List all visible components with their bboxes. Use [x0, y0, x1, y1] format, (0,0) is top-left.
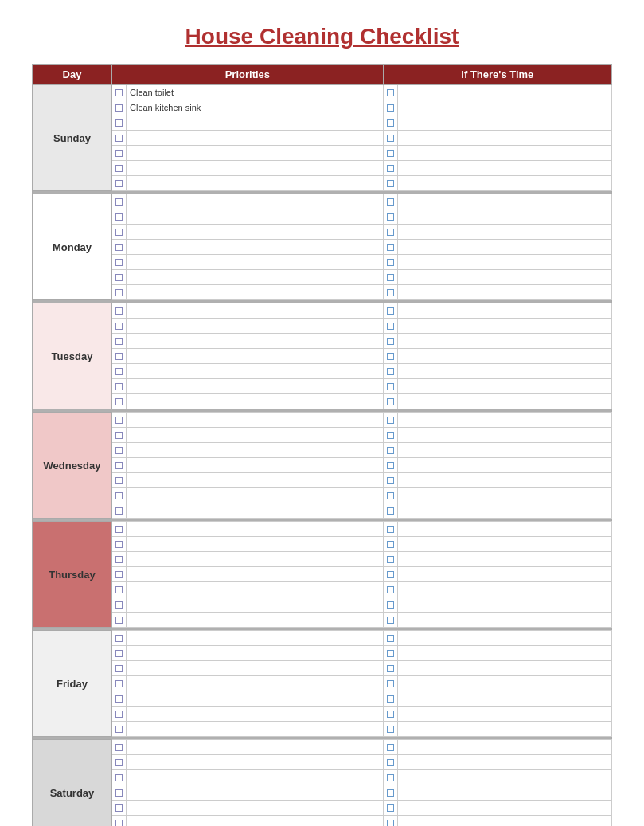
ift-checkbox[interactable]: [383, 240, 397, 255]
ift-checkbox[interactable]: [383, 394, 397, 409]
task-cell[interactable]: [127, 303, 384, 319]
ift-checkbox[interactable]: [383, 458, 397, 473]
ift-checkbox[interactable]: [383, 707, 397, 722]
priority-checkbox[interactable]: [112, 349, 127, 364]
task-cell[interactable]: [127, 349, 384, 364]
ift-cell[interactable]: [397, 646, 611, 661]
task-cell[interactable]: Clean toilet: [127, 85, 384, 100]
ift-checkbox[interactable]: [383, 597, 397, 613]
ift-checkbox[interactable]: [383, 85, 397, 100]
task-cell[interactable]: [127, 394, 384, 409]
priority-checkbox[interactable]: [112, 176, 127, 191]
ift-cell[interactable]: [397, 537, 611, 552]
priority-checkbox[interactable]: [112, 801, 127, 816]
priority-checkbox[interactable]: [112, 285, 127, 300]
ift-cell[interactable]: [397, 349, 611, 364]
ift-checkbox[interactable]: [383, 364, 397, 379]
ift-checkbox[interactable]: [383, 646, 397, 661]
ift-cell[interactable]: [397, 707, 611, 722]
priority-checkbox[interactable]: [112, 567, 127, 582]
ift-checkbox[interactable]: [383, 582, 397, 597]
task-cell[interactable]: [127, 691, 384, 707]
ift-checkbox[interactable]: [383, 161, 397, 176]
ift-checkbox[interactable]: [383, 631, 397, 646]
priority-checkbox[interactable]: [112, 161, 127, 176]
priority-checkbox[interactable]: [112, 364, 127, 379]
priority-checkbox[interactable]: [112, 131, 127, 146]
task-cell[interactable]: [127, 270, 384, 285]
task-cell[interactable]: [127, 428, 384, 443]
ift-cell[interactable]: [397, 240, 611, 255]
ift-cell[interactable]: [397, 364, 611, 379]
priority-checkbox[interactable]: [112, 597, 127, 613]
priority-checkbox[interactable]: [112, 722, 127, 737]
ift-cell[interactable]: [397, 255, 611, 270]
priority-checkbox[interactable]: [112, 691, 127, 707]
task-cell[interactable]: [127, 582, 384, 597]
priority-checkbox[interactable]: [112, 115, 127, 131]
priority-checkbox[interactable]: [112, 379, 127, 394]
priority-checkbox[interactable]: [112, 240, 127, 255]
ift-checkbox[interactable]: [383, 816, 397, 827]
priority-checkbox[interactable]: [112, 770, 127, 785]
priority-checkbox[interactable]: [112, 85, 127, 100]
ift-checkbox[interactable]: [383, 413, 397, 428]
ift-checkbox[interactable]: [383, 552, 397, 567]
priority-checkbox[interactable]: [112, 740, 127, 755]
ift-checkbox[interactable]: [383, 785, 397, 801]
ift-checkbox[interactable]: [383, 131, 397, 146]
ift-checkbox[interactable]: [383, 661, 397, 676]
task-cell[interactable]: [127, 319, 384, 334]
task-cell[interactable]: [127, 522, 384, 537]
ift-cell[interactable]: [397, 458, 611, 473]
ift-checkbox[interactable]: [383, 770, 397, 785]
ift-checkbox[interactable]: [383, 270, 397, 285]
ift-checkbox[interactable]: [383, 676, 397, 691]
ift-cell[interactable]: [397, 691, 611, 707]
ift-checkbox[interactable]: [383, 100, 397, 115]
task-cell[interactable]: [127, 240, 384, 255]
task-cell[interactable]: [127, 473, 384, 488]
ift-checkbox[interactable]: [383, 691, 397, 707]
priority-checkbox[interactable]: [112, 255, 127, 270]
ift-cell[interactable]: [397, 100, 611, 115]
ift-checkbox[interactable]: [383, 722, 397, 737]
task-cell[interactable]: [127, 567, 384, 582]
ift-checkbox[interactable]: [383, 115, 397, 131]
task-cell[interactable]: [127, 552, 384, 567]
ift-cell[interactable]: [397, 801, 611, 816]
task-cell[interactable]: [127, 676, 384, 691]
task-cell[interactable]: [127, 801, 384, 816]
ift-checkbox[interactable]: [383, 428, 397, 443]
ift-checkbox[interactable]: [383, 176, 397, 191]
ift-checkbox[interactable]: [383, 740, 397, 755]
priority-checkbox[interactable]: [112, 443, 127, 458]
ift-checkbox[interactable]: [383, 349, 397, 364]
task-cell[interactable]: [127, 334, 384, 349]
task-cell[interactable]: [127, 707, 384, 722]
ift-cell[interactable]: [397, 552, 611, 567]
task-cell[interactable]: [127, 209, 384, 225]
priority-checkbox[interactable]: [112, 194, 127, 209]
ift-checkbox[interactable]: [383, 537, 397, 552]
task-cell[interactable]: [127, 646, 384, 661]
ift-checkbox[interactable]: [383, 613, 397, 628]
ift-checkbox[interactable]: [383, 303, 397, 319]
priority-checkbox[interactable]: [112, 613, 127, 628]
ift-cell[interactable]: [397, 131, 611, 146]
ift-cell[interactable]: [397, 582, 611, 597]
priority-checkbox[interactable]: [112, 428, 127, 443]
task-cell[interactable]: [127, 194, 384, 209]
ift-cell[interactable]: [397, 567, 611, 582]
ift-cell[interactable]: [397, 503, 611, 519]
ift-cell[interactable]: [397, 816, 611, 827]
ift-cell[interactable]: [397, 488, 611, 503]
task-cell[interactable]: [127, 631, 384, 646]
ift-checkbox[interactable]: [383, 488, 397, 503]
task-cell[interactable]: [127, 225, 384, 240]
priority-checkbox[interactable]: [112, 303, 127, 319]
ift-cell[interactable]: [397, 194, 611, 209]
priority-checkbox[interactable]: [112, 319, 127, 334]
task-cell[interactable]: [127, 597, 384, 613]
task-cell[interactable]: [127, 176, 384, 191]
